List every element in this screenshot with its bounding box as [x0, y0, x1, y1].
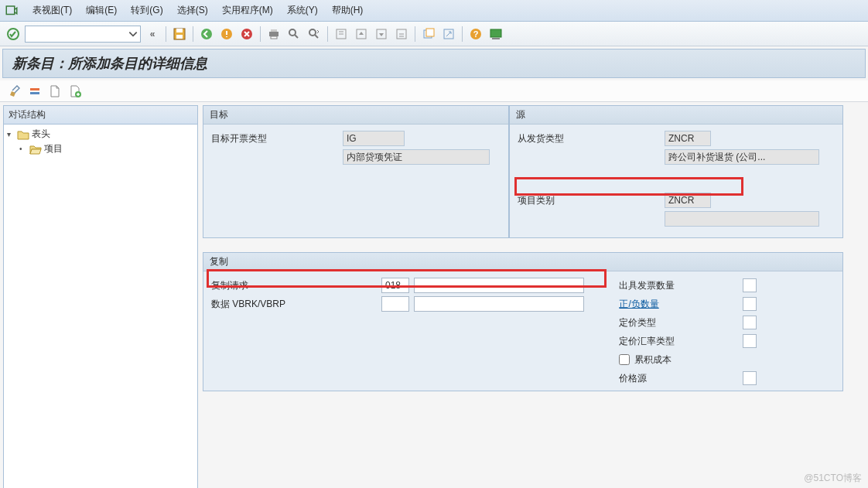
new-entry-icon[interactable]	[48, 84, 62, 98]
back-icon[interactable]	[198, 26, 215, 43]
posneg-qty-link[interactable]: 正/负数量	[619, 298, 743, 311]
page-first-icon[interactable]	[333, 26, 350, 43]
svg-rect-24	[30, 92, 39, 94]
find-icon[interactable]	[285, 26, 302, 43]
watermark: @51CTO博客	[804, 472, 862, 485]
svg-rect-3	[176, 35, 183, 39]
sap-menu-icon[interactable]	[5, 4, 19, 18]
cumulated-label: 累积成本	[634, 353, 672, 367]
find-next-icon[interactable]	[306, 26, 323, 43]
tree-node-label: 表头	[32, 128, 50, 141]
tree-node-header[interactable]: ▾ 表头	[7, 127, 194, 142]
target-group: 目标 目标开票类型 IG 内部贷项凭证	[203, 105, 509, 238]
menu-goto[interactable]: 转到(G)	[131, 4, 162, 17]
source-delivery-type-desc: 跨公司补货退货 (公司...	[665, 149, 819, 165]
exit-icon[interactable]	[218, 26, 235, 43]
svg-point-11	[309, 29, 316, 36]
svg-text:?: ?	[473, 29, 479, 39]
create-shortcut-icon[interactable]	[440, 26, 457, 43]
toolbar-divider	[462, 26, 463, 42]
source-item-category-label: 项目类别	[518, 194, 665, 207]
help-icon[interactable]: ?	[467, 26, 484, 43]
price-source-box[interactable]	[743, 371, 757, 385]
invoice-qty-label: 出具发票数量	[619, 279, 743, 292]
target-billing-type-desc: 内部贷项凭证	[343, 149, 490, 165]
data-vbrk-label: 数据 VBRK/VBRP	[211, 298, 381, 311]
menu-select[interactable]: 选择(S)	[177, 4, 208, 17]
source-item-category-desc	[665, 211, 819, 227]
svg-rect-22	[492, 38, 500, 39]
cumulated-checkbox[interactable]	[619, 354, 630, 365]
enter-icon[interactable]	[5, 26, 22, 43]
page-title: 新条目：所添加条目的详细信息	[12, 54, 856, 73]
copy-group-title: 复制	[203, 253, 842, 271]
toolbar-divider	[166, 26, 166, 42]
command-field[interactable]	[25, 26, 141, 43]
page-header: 新条目：所添加条目的详细信息	[2, 49, 866, 78]
data-vbrk-input[interactable]	[381, 296, 409, 312]
menu-system[interactable]: 系统(Y)	[287, 4, 318, 17]
svg-rect-21	[490, 29, 501, 37]
source-delivery-type-value: ZNCR	[665, 131, 711, 146]
posneg-qty-box[interactable]	[743, 297, 757, 311]
delete-icon[interactable]	[28, 84, 42, 98]
svg-rect-7	[269, 32, 279, 36]
first-page-icon[interactable]: «	[144, 26, 161, 43]
menu-utilities[interactable]: 实用程序(M)	[222, 4, 273, 17]
layout-icon[interactable]	[487, 26, 504, 43]
pricing-rate-box[interactable]	[743, 334, 757, 348]
source-group: 源 从发货类型 ZNCR 跨公司补货退货 (公司... 项目类别 ZNCR	[509, 105, 843, 238]
copy-entry-icon[interactable]	[68, 84, 82, 98]
folder-closed-icon	[17, 129, 29, 140]
menu-edit[interactable]: 编辑(E)	[86, 4, 117, 17]
tree-header: 对话结构	[4, 106, 197, 125]
source-group-title: 源	[510, 106, 842, 125]
menu-help[interactable]: 帮助(H)	[332, 4, 364, 17]
page-up-icon[interactable]	[353, 26, 370, 43]
save-icon[interactable]	[171, 26, 188, 43]
folder-open-icon	[29, 144, 42, 155]
svg-rect-17	[426, 29, 434, 36]
copy-req-desc-input[interactable]	[414, 278, 584, 293]
toolbar-divider	[327, 26, 328, 42]
main-area: 对话结构 ▾ 表头 • 项目 目标 目标开票类型 IG	[0, 102, 868, 488]
pricing-type-box[interactable]	[743, 316, 757, 329]
svg-point-10	[289, 29, 296, 36]
cancel-icon[interactable]	[238, 26, 255, 43]
invoice-qty-box[interactable]	[743, 278, 757, 292]
pricing-rate-label: 定价汇率类型	[619, 335, 743, 348]
pricing-type-label: 定价类型	[619, 316, 743, 329]
app-toolbar	[0, 80, 868, 102]
svg-rect-9	[271, 36, 277, 39]
svg-rect-8	[271, 29, 277, 32]
new-session-icon[interactable]	[420, 26, 437, 43]
data-vbrk-desc-input[interactable]	[414, 296, 584, 312]
change-icon[interactable]	[8, 84, 22, 98]
svg-rect-23	[30, 88, 39, 90]
print-icon[interactable]	[265, 26, 282, 43]
svg-point-4	[201, 29, 212, 39]
toolbar-divider	[193, 26, 193, 42]
price-source-label: 价格源	[619, 372, 743, 385]
toolbar: « ?	[0, 22, 868, 46]
page-last-icon[interactable]	[393, 26, 410, 43]
copy-req-label: 复制请求	[211, 279, 381, 292]
copy-req-input[interactable]	[381, 278, 409, 293]
menu-bar: 表视图(T) 编辑(E) 转到(G) 选择(S) 实用程序(M) 系统(Y) 帮…	[0, 0, 868, 22]
menu-table-view[interactable]: 表视图(T)	[32, 4, 72, 17]
svg-rect-2	[176, 29, 183, 32]
tree-node-label: 项目	[44, 142, 63, 155]
target-billing-type-label: 目标开票类型	[211, 132, 343, 145]
source-item-category-value: ZNCR	[665, 193, 711, 208]
page-down-icon[interactable]	[373, 26, 390, 43]
content-panel: 目标 目标开票类型 IG 内部贷项凭证 源 从发货类型 ZNCR	[203, 105, 862, 488]
target-group-title: 目标	[203, 106, 508, 125]
target-billing-type-value: IG	[343, 131, 405, 146]
source-delivery-type-label: 从发货类型	[518, 132, 665, 145]
toolbar-divider	[415, 26, 415, 42]
toolbar-divider	[260, 26, 261, 42]
tree-panel: 对话结构 ▾ 表头 • 项目	[3, 105, 198, 488]
copy-group: 复制 复制请求 数据 VBRK/VBRP	[203, 252, 843, 391]
tree-node-item[interactable]: • 项目	[7, 142, 194, 156]
